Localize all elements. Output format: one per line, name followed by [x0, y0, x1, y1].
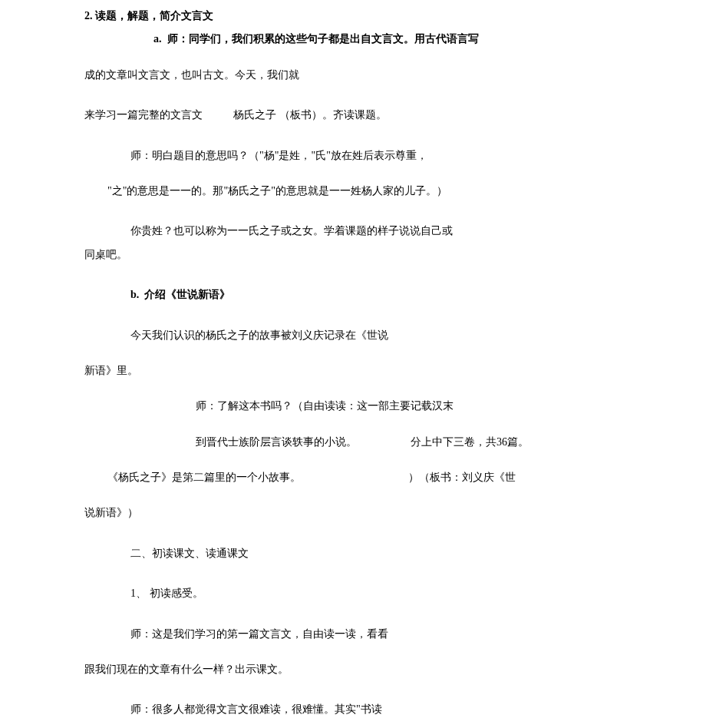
text-line: 新语》里。: [84, 362, 622, 379]
text-line: 你贵姓？也可以称为一一氏之子或之女。学着课题的样子说说自己或: [84, 223, 622, 240]
sub-1-heading: 1、 初读感受。: [84, 585, 622, 602]
text-line: 说新语》）: [84, 505, 622, 521]
text-line: 今天我们认识的杨氏之子的故事被刘义庆记录在《世说: [84, 327, 622, 344]
text-line: 来学习一篇完整的文言文杨氏之子 （板书）。齐读课题。: [84, 107, 622, 124]
text-segment: ）（板书：刘义庆《世: [408, 472, 516, 483]
text-segment: 到晋代士族阶层言谈轶事的小说。: [196, 436, 357, 448]
text-line: 成的文章叫文言文，也叫古文。今天，我们就: [84, 67, 622, 84]
text-segment: 来学习一篇完整的文言文: [84, 109, 203, 121]
text-line: "之"的意思是一一的。那"杨氏之子"的意思就是一一姓杨人家的儿子。）: [84, 183, 622, 200]
text-line: 师：很多人都觉得文言文很难读，很难懂。其实"书读: [84, 701, 622, 718]
text-segment: 分上中下三卷，共36篇。: [411, 436, 529, 448]
sub-b-heading: b. 介绍《世说新语》: [84, 286, 622, 303]
section-2-heading: 二、初读课文、读通课文: [84, 545, 622, 562]
text-line: 同桌吧。: [84, 247, 622, 263]
text-segment: 《杨氏之子》是第二篇里的一个小故事。: [107, 472, 301, 483]
sub-a-line1: a. 师：同学们，我们积累的这些句子都是出自文言文。用古代语言写: [84, 31, 622, 48]
text-line: 师：明白题目的意思吗？（"杨"是姓，"氏"放在姓后表示尊重，: [84, 147, 622, 164]
text-line: 师：这是我们学习的第一篇文言文，自由读一读，看看: [84, 626, 622, 643]
text-line: 跟我们现在的文章有什么一样？出示课文。: [84, 661, 622, 678]
text-segment: 杨氏之子 （板书）。齐读课题。: [233, 109, 387, 121]
text-line: 到晋代士族阶层言谈轶事的小说。分上中下三卷，共36篇。: [84, 434, 622, 451]
text-line: 《杨氏之子》是第二篇里的一个小故事。）（板书：刘义庆《世: [84, 469, 622, 486]
heading-2: 2. 读题，解题，简介文言文: [84, 8, 622, 25]
text-line: 师：了解这本书吗？（自由读读：这一部主要记载汉末: [84, 398, 622, 415]
